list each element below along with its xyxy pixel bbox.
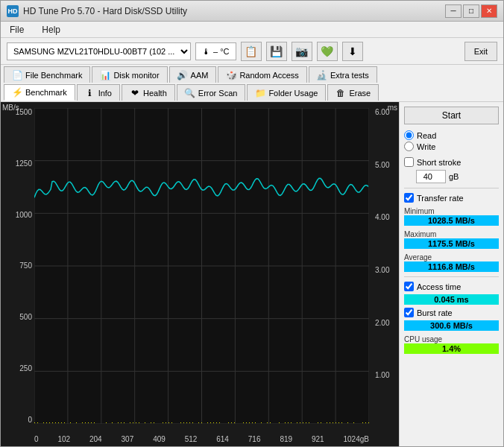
- x-tick-921: 921: [312, 435, 324, 443]
- temp-value: – °C: [213, 47, 230, 56]
- maximum-label: Maximum: [404, 230, 499, 238]
- tab-disk-monitor-label: Disk monitor: [113, 71, 159, 80]
- x-tick-512: 512: [185, 435, 198, 443]
- transfer-rate-label[interactable]: Transfer rate: [404, 193, 499, 203]
- error-scan-icon: 🔍: [185, 88, 195, 98]
- y-tick-1000: 1000: [16, 211, 32, 219]
- y-tick-1500: 1500: [16, 108, 32, 116]
- access-time-checkbox[interactable]: [404, 282, 414, 291]
- y-right-tick-5: 5.00: [375, 161, 389, 169]
- folder-usage-icon: 📁: [255, 88, 265, 98]
- minimum-stat: Minimum 1028.5 MB/s: [404, 206, 499, 226]
- short-stroke-checkbox[interactable]: [404, 157, 414, 167]
- tab-file-benchmark[interactable]: 📄 File Benchmark: [4, 66, 90, 83]
- toolbar: SAMSUNG MZVL21T0HDLU-00BT7 (102 ... 🌡 – …: [1, 38, 503, 65]
- nav-row-2: ⚡ Benchmark ℹ Info ❤ Health 🔍 Error Scan…: [4, 84, 500, 101]
- menu-help[interactable]: Help: [39, 24, 63, 36]
- write-radio-label[interactable]: Write: [404, 142, 499, 151]
- divider-1: [404, 188, 499, 188]
- snapshot-icon-btn[interactable]: 📷: [292, 42, 312, 61]
- x-tick-614: 614: [216, 435, 229, 443]
- content-area: MB/s ms 1500 1250 1000 750 500 250 0 6.0…: [1, 102, 503, 446]
- read-label: Read: [417, 131, 436, 140]
- window-title: HD Tune Pro 5.70 - Hard Disk/SSD Utility: [23, 6, 187, 16]
- minimize-button[interactable]: ─: [445, 4, 462, 18]
- tab-benchmark-label: Benchmark: [25, 88, 67, 97]
- tab-error-scan[interactable]: 🔍 Error Scan: [177, 84, 246, 101]
- file-benchmark-icon-btn[interactable]: 💾: [266, 42, 287, 61]
- minimum-label: Minimum: [404, 207, 499, 215]
- tab-info-label: Info: [98, 89, 112, 98]
- tab-extra-tests[interactable]: 🔬 Extra tests: [309, 66, 377, 83]
- mode-radio-group: Read Write: [404, 130, 499, 151]
- cpu-usage-stat: CPU usage 1.4%: [404, 334, 499, 354]
- erase-icon: 🗑: [336, 88, 346, 98]
- disk-monitor-icon: 📊: [100, 70, 110, 80]
- access-time-value: 0.045 ms: [404, 294, 499, 305]
- title-controls: ─ □ ✕: [445, 4, 497, 18]
- tab-aam-label: AAM: [191, 71, 209, 80]
- maximum-value: 1175.5 MB/s: [404, 238, 499, 249]
- health-icon: ❤: [130, 88, 140, 98]
- x-tick-1024: 1024gB: [344, 435, 369, 443]
- x-tick-204: 204: [89, 435, 102, 443]
- benchmark-icon-btn[interactable]: 📋: [241, 42, 262, 61]
- tab-health[interactable]: ❤ Health: [122, 84, 175, 101]
- tab-benchmark[interactable]: ⚡ Benchmark: [4, 84, 75, 101]
- x-tick-409: 409: [153, 435, 166, 443]
- start-button[interactable]: Start: [404, 107, 499, 124]
- main-window: HD HD Tune Pro 5.70 - Hard Disk/SSD Util…: [0, 0, 504, 447]
- transfer-rate-checkbox[interactable]: [404, 193, 414, 203]
- tab-folder-usage-label: Folder Usage: [268, 89, 318, 98]
- x-tick-307: 307: [122, 435, 134, 443]
- random-access-icon: 🎲: [226, 70, 236, 80]
- read-radio[interactable]: [404, 130, 414, 140]
- close-button[interactable]: ✕: [481, 4, 497, 18]
- x-axis-ticks: 0 102 204 307 409 512 614 716 819 921 10…: [34, 435, 369, 443]
- tab-random-access[interactable]: 🎲 Random Access: [218, 66, 306, 83]
- maximize-button[interactable]: □: [463, 4, 479, 18]
- short-stroke-label[interactable]: Short stroke: [404, 157, 499, 167]
- file-benchmark-icon: 📄: [12, 70, 22, 80]
- tab-file-benchmark-label: File Benchmark: [25, 71, 82, 80]
- tab-aam[interactable]: 🔊 AAM: [169, 66, 217, 83]
- short-stroke-text: Short stroke: [417, 158, 461, 167]
- burst-rate-checkbox[interactable]: [404, 308, 414, 317]
- chart-canvas: [34, 108, 369, 424]
- maximum-stat: Maximum 1175.5 MB/s: [404, 229, 499, 249]
- y-right-tick-6: 6.00: [375, 108, 389, 116]
- download-icon-btn[interactable]: ⬇: [342, 42, 363, 61]
- tab-erase-label: Erase: [349, 89, 371, 98]
- menu-file[interactable]: File: [7, 24, 27, 36]
- side-panel: Start Read Write Short stroke gB: [399, 102, 503, 446]
- stroke-unit: gB: [449, 172, 459, 181]
- drive-select[interactable]: SAMSUNG MZVL21T0HDLU-00BT7 (102 ...: [7, 42, 191, 60]
- tab-random-access-label: Random Access: [239, 71, 298, 80]
- access-time-label[interactable]: Access time: [404, 282, 499, 291]
- cpu-usage-label: CPU usage: [404, 335, 499, 343]
- tab-erase[interactable]: 🗑 Erase: [327, 84, 379, 101]
- short-stroke-input[interactable]: [416, 170, 446, 183]
- y-right-tick-2: 2.00: [375, 319, 389, 327]
- tab-disk-monitor[interactable]: 📊 Disk monitor: [92, 66, 167, 83]
- title-bar-left: HD HD Tune Pro 5.70 - Hard Disk/SSD Util…: [7, 5, 187, 17]
- y-right-tick-3: 3.00: [375, 266, 389, 274]
- burst-rate-label[interactable]: Burst rate: [404, 308, 499, 317]
- exit-button[interactable]: Exit: [464, 42, 497, 61]
- nav-row-1: 📄 File Benchmark 📊 Disk monitor 🔊 AAM 🎲 …: [4, 66, 500, 83]
- thermometer-icon: 🌡: [202, 47, 210, 56]
- divider-2: [404, 276, 499, 277]
- read-radio-label[interactable]: Read: [404, 130, 499, 140]
- write-label: Write: [417, 142, 435, 151]
- temp-display: 🌡 – °C: [195, 42, 236, 60]
- tab-folder-usage[interactable]: 📁 Folder Usage: [247, 84, 326, 101]
- menu-bar: File Help: [1, 22, 503, 38]
- aam-icon: 🔊: [177, 70, 188, 80]
- stroke-input-group: gB: [416, 170, 499, 183]
- info-icon: ℹ: [85, 88, 95, 98]
- benchmark-icon: ⚡: [12, 87, 22, 98]
- write-radio[interactable]: [404, 142, 414, 151]
- health-icon-btn[interactable]: 💚: [317, 42, 338, 61]
- y-tick-500: 500: [19, 313, 32, 321]
- tab-info[interactable]: ℹ Info: [77, 84, 120, 101]
